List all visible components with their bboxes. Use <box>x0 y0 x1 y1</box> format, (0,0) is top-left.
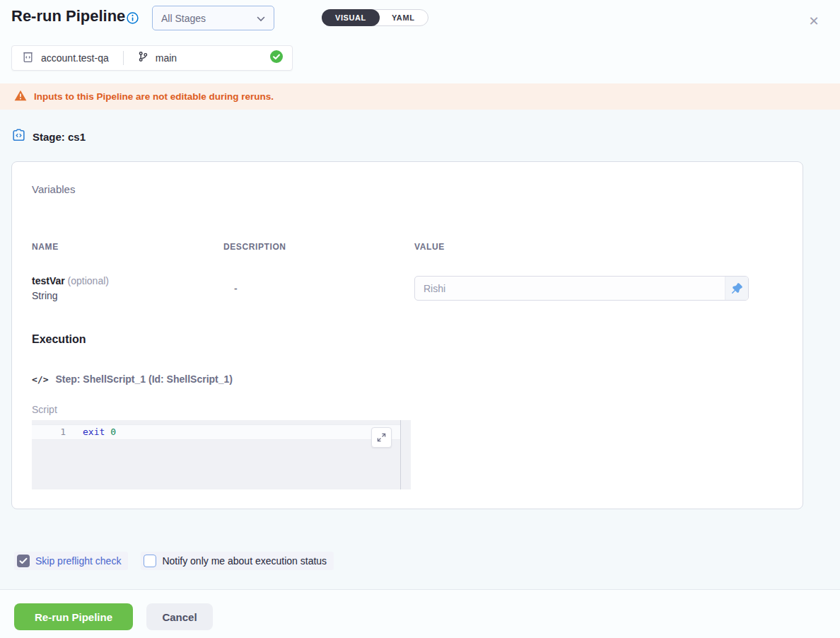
skip-preflight-checkbox[interactable]: Skip preflight check <box>14 552 128 570</box>
tab-visual[interactable]: VISUAL <box>322 9 380 26</box>
stage-inputs-card: Variables NAME DESCRIPTION VALUE testVar… <box>11 161 803 509</box>
warning-text: Inputs to this Pipeline are not editable… <box>34 91 274 102</box>
notify-me-label: Notify only me about execution status <box>162 555 327 567</box>
repo-identifier[interactable]: account.test-qa <box>41 52 109 64</box>
stage-name: Stage: cs1 <box>33 131 86 143</box>
variable-description: - <box>234 283 238 294</box>
dialog-footer: Re-run Pipeline Cancel <box>0 589 840 638</box>
variable-optional-tag: (optional) <box>68 275 109 286</box>
run-options: Skip preflight check Notify only me abou… <box>14 552 334 570</box>
page-title: Re-run Pipeline <box>11 7 125 25</box>
variables-section-title: Variables <box>32 183 75 195</box>
column-header-description: DESCRIPTION <box>223 242 286 252</box>
rerun-pipeline-button[interactable]: Re-run Pipeline <box>14 603 133 630</box>
info-icon[interactable] <box>127 12 139 24</box>
divider <box>123 51 124 65</box>
expand-editor-button[interactable] <box>371 427 392 448</box>
column-header-value: VALUE <box>414 242 445 252</box>
code-keyword: exit <box>83 427 105 437</box>
stage-filter-select[interactable]: All Stages <box>152 6 274 30</box>
pipeline-context-bar: account.test-qa main <box>11 45 293 71</box>
editor-code-line: exit 0 <box>83 427 116 437</box>
tab-yaml[interactable]: YAML <box>379 10 428 25</box>
variable-value-input[interactable] <box>415 277 725 300</box>
close-icon[interactable]: ✕ <box>805 13 822 30</box>
editor-scrollbar[interactable] <box>400 420 401 489</box>
shell-script-icon: </> <box>32 374 48 385</box>
checkbox-unchecked-icon[interactable] <box>144 555 156 567</box>
visual-yaml-toggle: VISUAL YAML <box>322 9 428 26</box>
variable-name: testVar <box>32 275 65 286</box>
rerun-pipeline-dialog: Re-run Pipeline All Stages VISUAL YAML ✕… <box>0 0 840 638</box>
stage-filter-value: All Stages <box>161 13 257 24</box>
success-check-icon <box>269 50 284 66</box>
git-branch-icon <box>138 51 148 65</box>
warning-icon <box>14 90 27 104</box>
column-header-name: NAME <box>32 242 59 252</box>
script-field-label: Script <box>32 404 57 415</box>
chevron-down-icon <box>257 12 265 25</box>
script-code-editor[interactable]: 1 exit 0 <box>32 420 411 489</box>
branch-name[interactable]: main <box>156 52 177 64</box>
cancel-button[interactable]: Cancel <box>146 603 213 630</box>
step-label: Step: ShellScript_1 (Id: ShellScript_1) <box>55 373 233 385</box>
editor-line-number: 1 <box>32 427 66 437</box>
code-argument: 0 <box>110 427 116 437</box>
skip-preflight-label: Skip preflight check <box>35 555 121 567</box>
pin-icon[interactable] <box>725 277 748 300</box>
stage-heading: Stage: cs1 <box>11 128 86 146</box>
rerun-warning-banner: Inputs to this Pipeline are not editable… <box>0 83 840 110</box>
repository-icon <box>22 51 34 66</box>
notify-me-checkbox[interactable]: Notify only me about execution status <box>141 552 334 570</box>
custom-stage-icon <box>11 128 26 146</box>
step-heading: </> Step: ShellScript_1 (Id: ShellScript… <box>32 373 233 385</box>
variable-name-cell: testVar (optional) <box>32 275 109 286</box>
checkbox-checked-icon[interactable] <box>17 555 30 567</box>
variable-value-field <box>414 276 749 301</box>
execution-section-title: Execution <box>32 333 86 346</box>
variable-type: String <box>32 290 58 301</box>
